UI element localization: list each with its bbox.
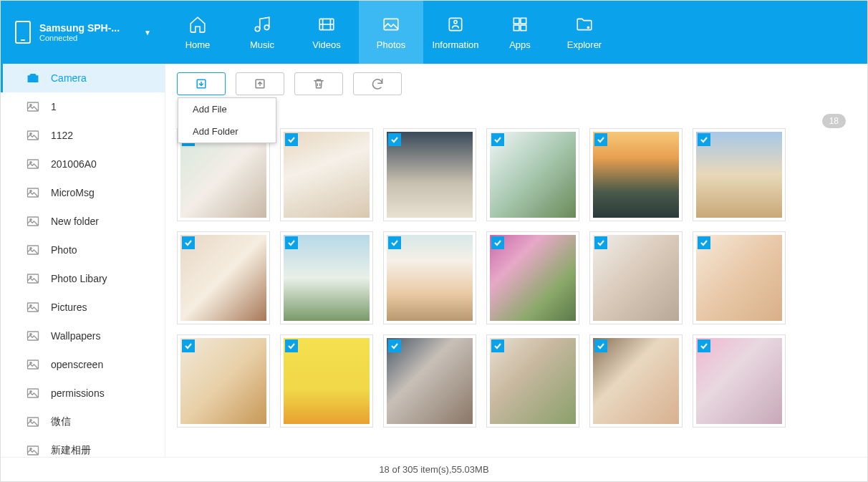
chevron-down-icon: ▼ xyxy=(144,29,151,37)
checkbox-icon[interactable] xyxy=(285,339,298,352)
sidebar-item-label: 1122 xyxy=(51,130,73,141)
photo-thumbnail[interactable] xyxy=(383,334,476,428)
checkbox-icon[interactable] xyxy=(698,236,710,249)
svg-point-31 xyxy=(30,362,32,364)
device-selector[interactable]: Samsung SPH-... Connected ▼ xyxy=(1,1,165,64)
sidebar-item-permissions[interactable]: permissions xyxy=(1,379,165,408)
photo-thumbnail[interactable] xyxy=(486,334,579,428)
status-bar: 18 of 305 item(s),55.03MB xyxy=(1,457,867,481)
photo-thumbnail[interactable] xyxy=(383,231,476,324)
photo-thumbnail[interactable] xyxy=(280,231,373,324)
sidebar-item-1122[interactable]: 1122 xyxy=(1,121,165,150)
main-panel: Add File Add Folder 18 xyxy=(165,64,867,457)
toolbar: Add File Add Folder xyxy=(177,72,849,95)
sidebar-item-1[interactable]: 1 xyxy=(1,92,165,121)
sidebar-item-label: openscreen xyxy=(51,359,103,370)
svg-point-23 xyxy=(30,248,32,249)
checkbox-icon[interactable] xyxy=(182,236,195,249)
photo-thumbnail[interactable] xyxy=(486,231,579,324)
checkbox-icon[interactable] xyxy=(594,236,607,249)
nav-information[interactable]: Information xyxy=(423,1,488,64)
music-icon xyxy=(253,15,271,34)
photo-thumbnail[interactable] xyxy=(693,128,786,221)
svg-point-29 xyxy=(30,334,32,335)
checkbox-icon[interactable] xyxy=(388,339,401,352)
sidebar-item-photo[interactable]: Photo xyxy=(1,236,165,264)
photo-thumbnail[interactable] xyxy=(693,231,786,324)
sidebar-item-label: permissions xyxy=(51,387,105,399)
sidebar-item-201006a0[interactable]: 201006A0 xyxy=(1,150,165,178)
nav-music[interactable]: Music xyxy=(230,1,294,64)
nav-apps[interactable]: Apps xyxy=(488,1,552,64)
checkbox-icon[interactable] xyxy=(388,236,401,249)
nav-explorer[interactable]: Explorer xyxy=(552,1,617,64)
sidebar-item-新建相册[interactable]: 新建相册 xyxy=(1,436,165,457)
checkbox-icon[interactable] xyxy=(182,339,195,352)
apps-icon xyxy=(511,15,529,34)
photo-thumbnail[interactable] xyxy=(280,334,373,428)
checkbox-icon[interactable] xyxy=(594,339,607,352)
sidebar-item-wallpapers[interactable]: Wallpapers xyxy=(1,322,165,350)
checkbox-icon[interactable] xyxy=(285,133,298,146)
sidebar-item-micromsg[interactable]: MicroMsg xyxy=(1,178,165,207)
header: Samsung SPH-... Connected ▼ Home Music V… xyxy=(1,1,867,64)
export-button[interactable] xyxy=(236,72,284,95)
sidebar-item-openscreen[interactable]: openscreen xyxy=(1,350,165,379)
add-folder-item[interactable]: Add Folder xyxy=(178,120,276,143)
checkbox-icon[interactable] xyxy=(491,339,504,352)
photo-thumbnail[interactable] xyxy=(177,231,270,324)
svg-point-13 xyxy=(30,105,32,106)
checkbox-icon[interactable] xyxy=(594,133,607,146)
folder-icon xyxy=(575,15,594,34)
sidebar-item-label: Pictures xyxy=(51,302,87,313)
sidebar-item-label: Photo Libary xyxy=(51,273,107,284)
svg-point-27 xyxy=(30,305,32,307)
trash-icon xyxy=(312,77,326,91)
device-name: Samsung SPH-... xyxy=(39,22,138,34)
photo-thumbnail[interactable] xyxy=(589,334,683,428)
photo-thumbnail[interactable] xyxy=(486,128,579,221)
sidebar-item-pictures[interactable]: Pictures xyxy=(1,293,165,322)
checkbox-icon[interactable] xyxy=(388,133,401,146)
nav-home[interactable]: Home xyxy=(165,1,230,64)
checkbox-icon[interactable] xyxy=(491,236,504,249)
refresh-icon xyxy=(370,77,385,91)
svg-point-17 xyxy=(30,162,32,163)
sidebar-item-photo-libary[interactable]: Photo Libary xyxy=(1,264,165,293)
sidebar-item-label: 新建相册 xyxy=(51,444,91,457)
sidebar-item-camera[interactable]: Camera xyxy=(1,64,165,92)
phone-icon xyxy=(15,21,31,44)
svg-rect-8 xyxy=(513,25,519,31)
sidebar-item-label: 1 xyxy=(51,101,57,112)
checkbox-icon[interactable] xyxy=(698,339,710,352)
sidebar-item-label: Camera xyxy=(51,72,87,84)
svg-point-0 xyxy=(255,26,260,32)
import-button[interactable]: Add File Add Folder xyxy=(177,72,226,95)
delete-button[interactable] xyxy=(294,72,343,95)
photo-thumbnail[interactable] xyxy=(589,231,683,324)
sidebar-item-new-folder[interactable]: New folder xyxy=(1,207,165,236)
photo-thumbnail[interactable] xyxy=(589,128,683,221)
nav-videos[interactable]: Videos xyxy=(294,1,359,64)
svg-rect-9 xyxy=(521,25,526,31)
checkbox-icon[interactable] xyxy=(491,133,504,146)
export-icon xyxy=(253,77,267,91)
sidebar-item-微信[interactable]: 微信 xyxy=(1,408,165,436)
checkbox-icon[interactable] xyxy=(698,133,710,146)
nav-photos[interactable]: Photos xyxy=(359,1,423,64)
photo-thumbnail[interactable] xyxy=(177,334,270,428)
photo-thumbnail[interactable] xyxy=(383,128,476,221)
photo-thumbnail[interactable] xyxy=(693,334,786,428)
photo-thumbnail[interactable] xyxy=(280,128,373,221)
home-icon xyxy=(188,15,207,34)
checkbox-icon[interactable] xyxy=(285,236,298,249)
sidebar: Camera11122201006A0MicroMsgNew folderPho… xyxy=(1,64,165,457)
svg-point-37 xyxy=(30,448,32,450)
svg-point-15 xyxy=(30,133,32,135)
refresh-button[interactable] xyxy=(353,72,402,95)
svg-rect-7 xyxy=(521,18,526,24)
add-file-item[interactable]: Add File xyxy=(178,98,276,120)
svg-point-35 xyxy=(30,420,32,421)
sidebar-item-label: 201006A0 xyxy=(51,158,97,170)
sidebar-item-label: Wallpapers xyxy=(51,330,101,342)
